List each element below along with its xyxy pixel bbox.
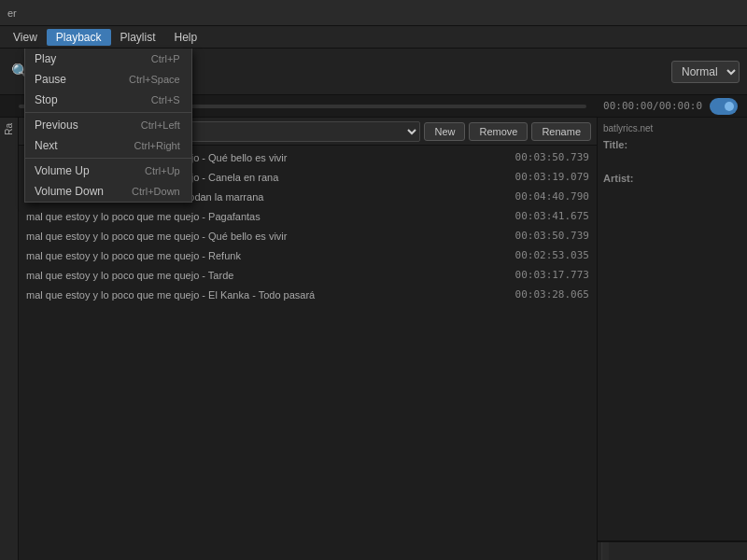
title-label: Title: [603, 139, 741, 150]
track-duration: 00:03:19.079 [515, 171, 589, 183]
title-bar-text: er [7, 7, 17, 19]
track-duration: 00:03:50.739 [515, 151, 589, 163]
artist-value [603, 186, 741, 201]
menu-item-pause[interactable]: Pause Ctrl+Space [25, 69, 191, 90]
new-playlist-button[interactable]: New [424, 122, 465, 141]
volume-slider[interactable] [710, 98, 738, 115]
menu-view[interactable]: View [4, 29, 47, 46]
track-name: mal que estoy y lo poco que me quejo - P… [26, 211, 506, 222]
lyrics-site: batlyrics.net [603, 123, 741, 133]
panel-scrollbar-area [598, 541, 747, 560]
table-row[interactable]: mal que estoy y lo poco que me quejo - P… [19, 206, 597, 226]
track-duration: 00:03:50.739 [515, 230, 589, 242]
menu-playback[interactable]: Playback [47, 29, 111, 46]
table-row[interactable]: mal que estoy y lo poco que me quejo - R… [19, 245, 597, 265]
track-duration: 00:02:53.035 [515, 249, 589, 261]
menu-separator-2 [25, 158, 191, 159]
menu-playlist[interactable]: Playlist [111, 29, 165, 46]
menu-item-play[interactable]: Play Ctrl+P [25, 49, 191, 69]
menu-item-volume-down[interactable]: Volume Down Ctrl+Down [25, 181, 191, 202]
track-duration: 00:03:28.065 [515, 288, 589, 301]
title-value [603, 152, 741, 167]
panel-scrollbar[interactable] [601, 542, 609, 560]
menu-separator-1 [25, 112, 191, 113]
menu-item-previous[interactable]: Previous Ctrl+Left [25, 115, 191, 135]
remove-playlist-button[interactable]: Remove [469, 122, 528, 141]
track-duration: 00:03:41.675 [515, 210, 589, 222]
track-name: mal que estoy y lo poco que me quejo - T… [26, 270, 506, 281]
menu-item-volume-up[interactable]: Volume Up Ctrl+Up [25, 161, 191, 181]
playlist-list: mal que estoy y lo poco que me quejo - Q… [19, 146, 597, 560]
title-bar: er [0, 0, 747, 26]
table-row[interactable]: mal que estoy y lo poco que me quejo - T… [19, 265, 597, 285]
artist-label: Artist: [603, 173, 741, 184]
right-panel: batlyrics.net Title: Artist: [598, 118, 747, 560]
track-duration: 00:03:17.773 [515, 269, 589, 281]
table-row[interactable]: mal que estoy y lo poco que me quejo - Q… [19, 226, 597, 245]
menu-bar: View Playback Playlist Help Play Ctrl+P … [0, 26, 747, 49]
playback-dropdown-menu: Play Ctrl+P Pause Ctrl+Space Stop Ctrl+S… [24, 49, 192, 203]
track-name: mal que estoy y lo poco que me quejo - R… [26, 250, 506, 261]
table-row[interactable]: mal que estoy y lo poco que me quejo - E… [19, 285, 597, 304]
time-current: 00:00:00/00:00:0 [603, 100, 702, 112]
menu-item-stop[interactable]: Stop Ctrl+S [25, 90, 191, 110]
menu-help[interactable]: Help [165, 29, 207, 46]
rename-playlist-button[interactable]: Rename [531, 122, 591, 141]
lyrics-area: batlyrics.net Title: Artist: [598, 118, 747, 541]
track-name: mal que estoy y lo poco que me quejo - Q… [26, 231, 506, 242]
menu-item-next[interactable]: Next Ctrl+Right [25, 135, 191, 156]
sidebar-tab-ra[interactable]: Ra [4, 123, 14, 135]
playback-mode-select[interactable]: Normal Shuffle Repeat [671, 61, 740, 83]
volume-knob [725, 102, 734, 111]
track-duration: 00:04:40.790 [515, 190, 589, 203]
track-name: mal que estoy y lo poco que me quejo - E… [26, 289, 506, 301]
